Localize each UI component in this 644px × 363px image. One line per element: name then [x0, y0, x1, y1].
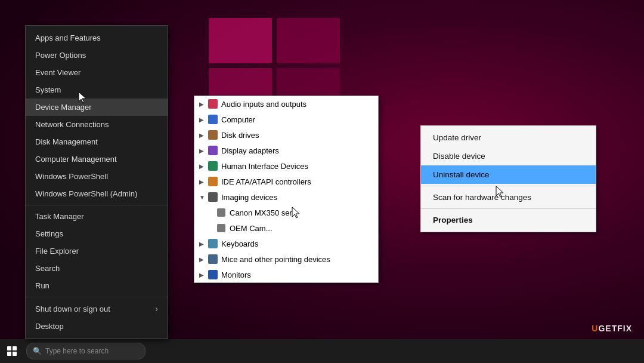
menu-item-run[interactable]: Run — [26, 277, 168, 294]
watermark-u: U — [592, 324, 598, 333]
dm-arrow-mice: ▶ — [199, 256, 208, 263]
dm-imaging[interactable]: ▼ Imaging devices — [194, 189, 378, 205]
watermark: UGETFIX — [592, 324, 632, 333]
dm-keyboards[interactable]: ▶ Keyboards — [194, 236, 378, 251]
menu-item-system[interactable]: System — [26, 81, 168, 99]
dm-icon-display — [208, 145, 218, 156]
dm-icon-canon — [216, 207, 227, 218]
dm-icon-disk — [208, 130, 218, 140]
dm-icon-monitors — [208, 269, 218, 280]
dm-label-ide: IDE ATA/ATAPI controllers — [221, 177, 311, 186]
menu-divider-1 — [26, 205, 168, 205]
dm-audio[interactable]: ▶ Audio inputs and outputs — [194, 96, 378, 112]
start-icon — [7, 346, 17, 356]
menu-item-powershell[interactable]: Windows PowerShell — [26, 168, 168, 185]
dm-icon-audio — [208, 99, 218, 109]
dm-arrow-computer: ▶ — [199, 116, 208, 123]
dm-arrow-imaging: ▼ — [199, 194, 208, 201]
dcm-divider-2 — [421, 208, 596, 209]
dm-arrow-keyboard: ▶ — [199, 241, 208, 247]
dm-label-monitors: Monitors — [221, 270, 251, 279]
dm-icon-hid — [208, 161, 218, 171]
dcm-scan-hardware[interactable]: Scan for hardware changes — [421, 188, 596, 207]
dm-label-computer: Computer — [221, 115, 255, 124]
taskbar: 🔍 Type here to search — [0, 339, 644, 363]
dcm-uninstall-device[interactable]: Uninstall device — [421, 165, 596, 184]
menu-divider-2 — [26, 297, 168, 297]
menu-item-desktop[interactable]: Desktop — [26, 318, 168, 335]
dcm-disable-device[interactable]: Disable device — [421, 147, 596, 165]
dm-icon-imaging — [208, 192, 218, 202]
device-context-menu: Update driver Disable device Uninstall d… — [420, 125, 596, 232]
dm-arrow-display: ▶ — [199, 147, 208, 154]
dm-label-display: Display adapters — [221, 146, 279, 155]
menu-item-shutdown[interactable]: Shut down or sign out — [26, 300, 168, 318]
dcm-divider — [421, 186, 596, 186]
taskbar-search-icon: 🔍 — [33, 347, 42, 355]
dm-icon-keyboard — [208, 238, 218, 249]
dm-oem-cam[interactable]: OEM Cam... — [194, 220, 378, 236]
watermark-rest: GETFIX — [598, 324, 632, 333]
dm-label-mice: Mice and other pointing devices — [221, 255, 330, 264]
menu-item-powershell-admin[interactable]: Windows PowerShell (Admin) — [26, 185, 168, 202]
dcm-properties[interactable]: Properties — [421, 211, 596, 229]
dm-disk[interactable]: ▶ Disk drives — [194, 127, 378, 143]
menu-item-task-manager[interactable]: Task Manager — [26, 208, 168, 225]
menu-item-event-viewer[interactable]: Event Viewer — [26, 64, 168, 81]
dm-arrow-ide: ▶ — [199, 179, 208, 185]
dm-computer[interactable]: ▶ Computer — [194, 112, 378, 127]
menu-item-computer-management[interactable]: Computer Management — [26, 150, 168, 168]
menu-item-network-connections[interactable]: Network Connections — [26, 116, 168, 133]
dm-label-hid: Human Interface Devices — [221, 162, 308, 171]
dcm-update-driver[interactable]: Update driver — [421, 128, 596, 147]
menu-item-device-manager[interactable]: Device Manager — [26, 99, 168, 116]
start-button[interactable] — [0, 339, 24, 363]
dm-label-audio: Audio inputs and outputs — [221, 100, 306, 109]
win-tile-2 — [277, 18, 340, 63]
taskbar-search-placeholder: Type here to search — [45, 347, 109, 355]
dm-icon-oem — [216, 223, 227, 233]
menu-item-settings[interactable]: Settings — [26, 225, 168, 242]
dm-mice[interactable]: ▶ Mice and other pointing devices — [194, 251, 378, 267]
dm-arrow-disk: ▶ — [199, 132, 208, 139]
dm-icon-computer — [208, 114, 218, 125]
dm-monitors[interactable]: ▶ Monitors — [194, 267, 378, 282]
dm-canon[interactable]: Canon MX350 ser — [194, 205, 378, 220]
menu-item-file-explorer[interactable]: File Explorer — [26, 242, 168, 260]
menu-item-power-options[interactable]: Power Options — [26, 47, 168, 64]
dm-label-imaging: Imaging devices — [221, 193, 277, 202]
dm-label-oem: OEM Cam... — [230, 224, 273, 233]
dm-label-keyboard: Keyboards — [221, 239, 258, 248]
win-x-context-menu: Apps and Features Power Options Event Vi… — [25, 25, 168, 339]
dm-hid[interactable]: ▶ Human Interface Devices — [194, 158, 378, 174]
dm-arrow-hid: ▶ — [199, 163, 208, 170]
dm-ide[interactable]: ▶ IDE ATA/ATAPI controllers — [194, 174, 378, 189]
dm-display[interactable]: ▶ Display adapters — [194, 143, 378, 158]
dm-label-disk: Disk drives — [221, 131, 259, 140]
dm-label-canon: Canon MX350 ser — [230, 208, 292, 217]
win-tile-1 — [209, 18, 272, 63]
menu-item-disk-management[interactable]: Disk Management — [26, 133, 168, 150]
taskbar-search-bar[interactable]: 🔍 Type here to search — [26, 343, 145, 359]
dm-arrow-monitors: ▶ — [199, 272, 208, 278]
dm-arrow-audio: ▶ — [199, 101, 208, 107]
dm-icon-ide — [208, 176, 218, 187]
menu-item-apps-features[interactable]: Apps and Features — [26, 29, 168, 47]
menu-item-search[interactable]: Search — [26, 260, 168, 277]
device-manager-panel: ▶ Audio inputs and outputs ▶ Computer ▶ … — [194, 96, 379, 283]
dm-icon-mice — [208, 254, 218, 264]
